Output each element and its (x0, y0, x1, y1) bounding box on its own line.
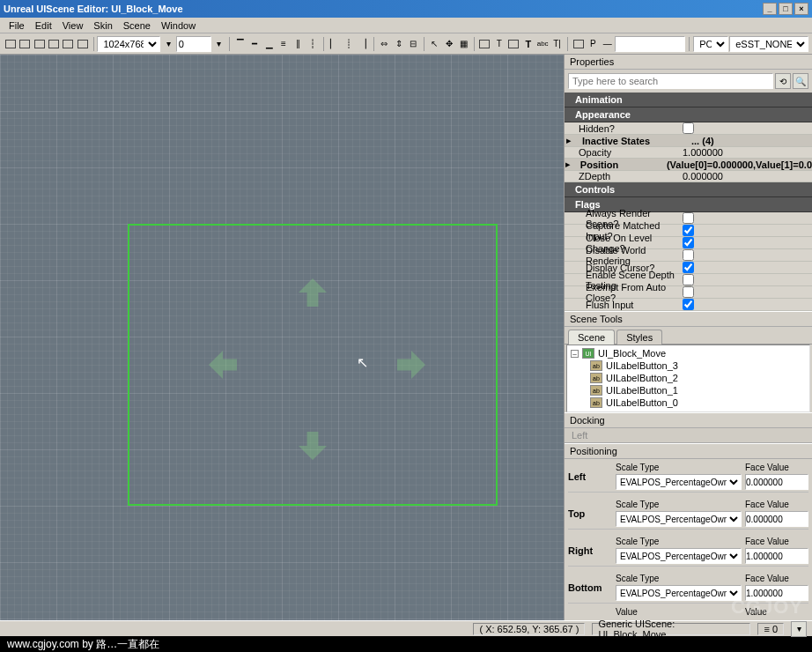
menu-skin[interactable]: Skin (88, 20, 117, 31)
tool-wire-icon[interactable]: ▦ (457, 36, 470, 52)
tool-ti-icon[interactable]: T| (550, 36, 564, 52)
align-btn-6[interactable]: ┆ (306, 36, 319, 52)
up-arrow-widget[interactable] (299, 278, 327, 307)
tool-p1[interactable] (572, 36, 585, 52)
expand-icon[interactable]: ▸ (565, 159, 572, 170)
tool-btn-1[interactable] (4, 36, 17, 52)
face-value-label: Face Value (745, 463, 808, 472)
selection-box[interactable] (128, 224, 498, 506)
tree-root[interactable]: – UI UI_Block_Move (569, 347, 808, 359)
dist-btn-1[interactable]: ⇔ (378, 36, 391, 52)
flag-checkbox[interactable] (683, 225, 694, 236)
tree-item[interactable]: abUILabelButton_3 (569, 359, 808, 372)
scale-type-dropdown[interactable]: EVALPOS_PercentageOwner (616, 474, 742, 490)
face-value-input[interactable] (745, 511, 808, 527)
flag-checkbox[interactable] (683, 286, 694, 298)
tool-btn-4[interactable] (47, 36, 60, 52)
resolution-dropdown[interactable]: 1024x768 (97, 36, 160, 52)
collapse-icon[interactable]: – (571, 350, 579, 358)
menu-view[interactable]: View (57, 20, 89, 31)
scene-canvas[interactable]: ↖ (0, 55, 564, 620)
maximize-button[interactable]: □ (779, 3, 793, 15)
right-arrow-widget[interactable] (397, 351, 425, 379)
toolbar-blank-field[interactable] (615, 36, 685, 52)
tool-text-icon[interactable]: T (492, 36, 506, 52)
align-mid-icon[interactable]: ━ (247, 36, 261, 52)
section-appearance[interactable]: Appearance (565, 107, 812, 122)
prop-row-position[interactable]: ▸ Position (Value[0]=0.000000,Value[1]=0… (565, 159, 812, 171)
tool-p-icon[interactable]: P (587, 36, 600, 52)
tool-abc-icon[interactable]: abc (535, 36, 549, 52)
align-btn-5[interactable]: ‖ (292, 36, 305, 52)
down-arrow-widget[interactable] (299, 432, 327, 460)
tool-btn-5[interactable] (62, 36, 75, 52)
face-value-input[interactable] (745, 548, 808, 564)
scale-type-dropdown[interactable]: EVALPOS_PercentageOwner (616, 585, 742, 601)
status-spin-icon[interactable]: ▾ (791, 621, 807, 637)
flag-checkbox[interactable] (683, 212, 694, 224)
flag-checkbox[interactable] (683, 274, 694, 285)
tree-item[interactable]: abUILabelButton_0 (569, 396, 808, 409)
search-go-icon[interactable]: 🔍 (793, 73, 808, 89)
face-value-input[interactable] (745, 474, 808, 490)
face-value-input[interactable] (745, 585, 808, 601)
scale-type-label: Scale Type (616, 537, 742, 546)
close-button[interactable]: × (794, 3, 808, 15)
minimize-button[interactable]: _ (763, 3, 777, 15)
scale-type-dropdown[interactable]: EVALPOS_PercentageOwner (616, 511, 742, 527)
menu-scene[interactable]: Scene (118, 20, 156, 31)
prop-row-opacity: Opacity 1.000000 (565, 147, 812, 159)
prop-value[interactable]: 1.000000 (679, 147, 812, 158)
menu-window[interactable]: Window (156, 20, 201, 31)
menu-edit[interactable]: Edit (30, 20, 57, 31)
flag-checkbox[interactable] (683, 249, 694, 261)
separator (323, 37, 324, 51)
tool-btn-3[interactable] (33, 36, 46, 52)
align-btn-4[interactable]: ≡ (277, 36, 290, 52)
tree-item[interactable]: abUILabelButton_1 (569, 384, 808, 396)
section-animation[interactable]: Animation (565, 93, 812, 107)
tool-t1[interactable] (478, 36, 491, 52)
align-right-icon[interactable]: ▕ (356, 36, 369, 52)
menu-file[interactable]: File (4, 20, 30, 31)
dist-btn-3[interactable]: ⊟ (406, 36, 419, 52)
tool-btn-6[interactable] (76, 36, 89, 52)
tool-tb-icon[interactable]: T (521, 36, 535, 52)
scale-type-dropdown[interactable]: EVALPOS_PercentageOwner (616, 548, 742, 564)
prop-row-inactive-states[interactable]: ▸ Inactive States ... (4) (565, 135, 812, 147)
align-center-icon[interactable]: ┊ (342, 36, 355, 52)
dist-btn-2[interactable]: ⇕ (392, 36, 405, 52)
tab-scene[interactable]: Scene (568, 330, 615, 345)
res-spin-icon[interactable]: ▾ (161, 36, 174, 52)
pointer-icon[interactable]: ↖ (428, 36, 441, 52)
align-left-icon[interactable]: ▏ (327, 36, 340, 52)
tool-link-icon[interactable]: ― (601, 36, 614, 52)
scale-type-label: Scale Type (616, 574, 742, 583)
tool-t3[interactable] (507, 36, 520, 52)
tool-btn-2[interactable] (18, 36, 31, 52)
section-controls[interactable]: Controls (565, 182, 812, 197)
hidden-checkbox[interactable] (683, 122, 694, 134)
flag-checkbox[interactable] (683, 299, 694, 310)
move-icon[interactable]: ✥ (442, 36, 455, 52)
positioning-title: Positioning (565, 443, 812, 459)
left-arrow-widget[interactable] (209, 351, 237, 379)
tab-styles[interactable]: Styles (616, 330, 662, 345)
tree-item[interactable]: abUILabelButton_2 (569, 372, 808, 384)
tree-item-label: UILabelButton_0 (606, 397, 678, 408)
sst-dropdown[interactable]: eSST_NONE (729, 36, 808, 52)
title-bar: Unreal UIScene Editor: UI_Block_Move _ □… (0, 0, 812, 18)
expand-icon[interactable]: ▸ (565, 135, 573, 146)
prop-label: Position (572, 159, 663, 170)
properties-search-input[interactable] (568, 73, 773, 89)
scene-tree[interactable]: – UI UI_Block_Move abUILabelButton_3abUI… (566, 345, 810, 412)
align-bot-icon[interactable]: ▁ (262, 36, 276, 52)
number-field[interactable] (176, 36, 211, 52)
platform-dropdown[interactable]: PC (693, 36, 728, 52)
search-clear-icon[interactable]: ⟲ (775, 73, 791, 89)
prop-value[interactable]: 0.000000 (679, 171, 812, 182)
num-spin-icon[interactable]: ▾ (212, 36, 225, 52)
flag-checkbox[interactable] (683, 237, 694, 248)
flag-checkbox[interactable] (683, 262, 694, 273)
align-top-icon[interactable]: ▔ (233, 36, 247, 52)
